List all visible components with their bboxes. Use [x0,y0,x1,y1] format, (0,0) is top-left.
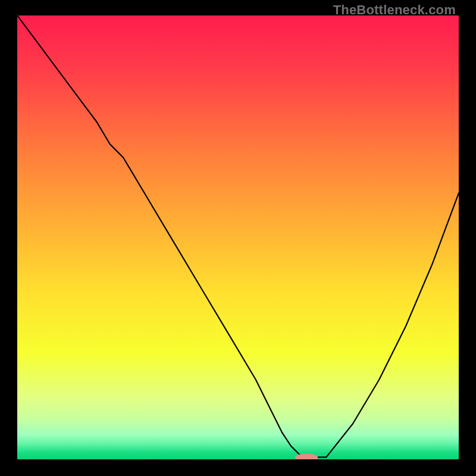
gradient-background [17,15,459,459]
plot-area [17,15,459,459]
chart-frame: TheBottleneck.com [0,0,476,476]
chart-svg [17,15,459,459]
